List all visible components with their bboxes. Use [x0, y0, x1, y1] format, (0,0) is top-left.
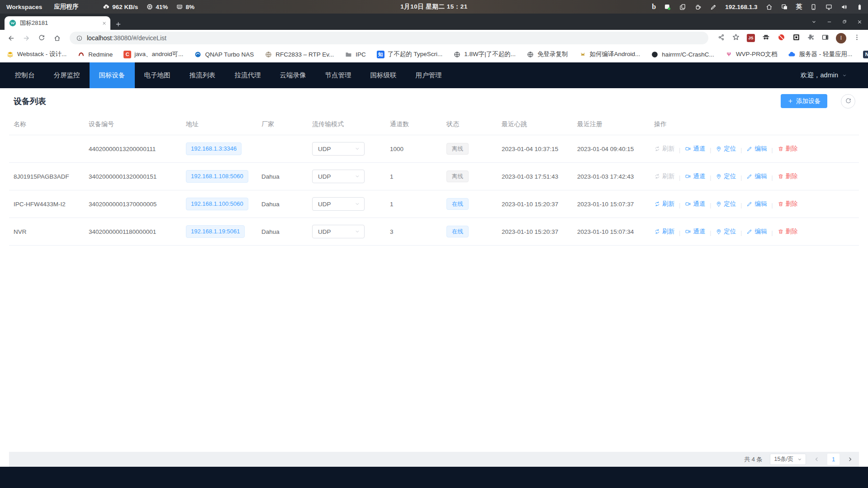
display-indicator[interactable]: [825, 3, 833, 11]
nav-item-云端录像[interactable]: 云端录像: [270, 62, 316, 88]
window-minimize-icon[interactable]: [826, 19, 832, 25]
extension-js-icon[interactable]: JS: [747, 34, 755, 42]
bookmark-item[interactable]: QNAP Turbo NAS: [194, 51, 254, 58]
stream-mode-select[interactable]: UDP: [312, 142, 365, 156]
share-icon[interactable]: [717, 33, 725, 43]
ip-address[interactable]: 192.168.1.3: [725, 4, 757, 10]
action-refresh[interactable]: 刷新: [654, 145, 674, 153]
window-close-icon[interactable]: [857, 19, 863, 25]
bookmark-item[interactable]: Cjava、android可...: [123, 50, 183, 58]
browser-back-button[interactable]: [5, 32, 17, 44]
add-device-button[interactable]: 添加设备: [781, 94, 827, 108]
coffee-indicator[interactable]: [694, 3, 702, 11]
extension-screenshot-icon[interactable]: [792, 33, 800, 43]
notes-app-indicator[interactable]: [664, 3, 671, 11]
battery-indicator[interactable]: [856, 3, 863, 11]
stream-mode-select[interactable]: UDP: [312, 197, 365, 211]
nav-item-分屏监控[interactable]: 分屏监控: [44, 62, 90, 88]
action-delete[interactable]: 删除: [778, 227, 798, 236]
bookmark-item[interactable]: Redmine: [77, 51, 113, 58]
stream-mode-select[interactable]: UDP: [312, 225, 365, 238]
extensions-puzzle-icon[interactable]: [807, 33, 815, 43]
nav-item-国标设备[interactable]: 国标设备: [90, 62, 135, 88]
screen-rotate-indicator[interactable]: [810, 3, 817, 11]
system-clock[interactable]: 1月10日 星期二 15：21: [400, 3, 468, 11]
action-edit[interactable]: 编辑: [746, 227, 767, 236]
color-picker-indicator[interactable]: [710, 3, 717, 11]
home-indicator[interactable]: [765, 3, 773, 11]
menu-kebab-icon[interactable]: [853, 33, 861, 43]
bookmark-item[interactable]: hairrrrr/C-CrashC...: [651, 51, 714, 58]
tab-search-icon[interactable]: [811, 19, 817, 25]
address-bar[interactable]: localhost:38080/#/deviceList: [70, 32, 708, 44]
browser-reload-button[interactable]: [35, 32, 48, 44]
nav-item-节点管理[interactable]: 节点管理: [316, 62, 361, 88]
stream-mode-select[interactable]: UDP: [312, 170, 365, 183]
bookmark-item[interactable]: 免登录复制: [526, 50, 568, 58]
action-refresh[interactable]: 刷新: [654, 227, 674, 236]
side-panel-icon[interactable]: [821, 33, 829, 43]
action-delete[interactable]: 删除: [778, 145, 798, 153]
workspaces-button[interactable]: Workspaces: [6, 4, 42, 10]
action-channels[interactable]: 通道: [685, 145, 705, 153]
bookmark-star-icon[interactable]: [732, 33, 740, 43]
volume-indicator[interactable]: [840, 3, 848, 11]
extension-adblock-icon[interactable]: [777, 33, 786, 43]
new-tab-button[interactable]: [115, 21, 122, 28]
tab-close-icon[interactable]: [102, 21, 107, 26]
system-top-bar: Workspaces 应用程序 962 KB/s41%8% 1月10日 星期二 …: [0, 0, 868, 14]
bookmark-item[interactable]: NHDAtmos :: 种子 *...: [863, 50, 868, 58]
action-delete[interactable]: 删除: [778, 172, 798, 180]
user-menu[interactable]: 欢迎，admin: [801, 62, 847, 88]
bookmark-item[interactable]: 服务器 - 轻量应用...: [788, 50, 852, 58]
bookmark-item[interactable]: IPC: [345, 51, 366, 58]
site-info-icon[interactable]: [76, 35, 83, 42]
pagination-prev-button[interactable]: [813, 456, 820, 463]
action-channels[interactable]: 通道: [685, 227, 705, 236]
action-edit[interactable]: 编辑: [746, 145, 767, 153]
input-method-indicator[interactable]: 英: [796, 3, 802, 11]
applications-menu[interactable]: 应用程序: [54, 3, 78, 11]
bookmark-item[interactable]: Webstack - 设计...: [6, 50, 66, 58]
browser-home-button[interactable]: [51, 32, 63, 44]
action-channels[interactable]: 通道: [685, 200, 705, 208]
bookmark-item[interactable]: ΨWVP-PRO文档: [725, 50, 778, 58]
action-locate[interactable]: 定位: [716, 172, 736, 180]
action-channels[interactable]: 通道: [685, 172, 705, 180]
action-delete[interactable]: 删除: [778, 200, 798, 208]
action-locate[interactable]: 定位: [716, 227, 736, 236]
page-size-select[interactable]: 15条/页: [770, 454, 806, 465]
nav-item-国标级联[interactable]: 国标级联: [361, 62, 406, 88]
nav-item-推流列表[interactable]: 推流列表: [180, 62, 225, 88]
cell-actions: 刷新|通道|定位|编辑|删除: [650, 163, 859, 190]
bookmark-item[interactable]: 1.8W字|了不起的...: [453, 50, 516, 58]
clipboard-indicator[interactable]: [679, 3, 687, 11]
window-restore-icon[interactable]: [842, 19, 847, 24]
action-locate[interactable]: 定位: [716, 145, 736, 153]
pagination-next-button[interactable]: [847, 456, 854, 463]
nav-item-用户管理[interactable]: 用户管理: [406, 62, 451, 88]
action-locate[interactable]: 定位: [716, 200, 736, 208]
extension-incognito-icon[interactable]: [762, 33, 770, 43]
cloud-download-icon: [103, 3, 110, 10]
pagination-page-1[interactable]: 1: [827, 454, 840, 465]
nav-item-拉流代理[interactable]: 拉流代理: [225, 62, 270, 88]
bing-indicator[interactable]: b: [652, 3, 656, 10]
site-favicon-icon: [9, 19, 16, 27]
action-refresh[interactable]: 刷新: [654, 200, 674, 208]
action-edit[interactable]: 编辑: [746, 172, 767, 180]
bookmark-item[interactable]: 知了不起的 TypeScri...: [377, 50, 443, 58]
action-refresh[interactable]: 刷新: [654, 172, 674, 180]
window-switcher-indicator[interactable]: [781, 3, 788, 11]
refresh-list-button[interactable]: [841, 94, 855, 109]
profile-avatar[interactable]: I: [836, 33, 846, 43]
volume-icon: [840, 3, 848, 11]
bookmark-item[interactable]: RFC2833 – RTP Ev...: [265, 51, 334, 58]
action-edit[interactable]: 编辑: [746, 200, 767, 208]
browser-forward-button[interactable]: [20, 32, 33, 44]
bookmark-item[interactable]: 如何编译Android...: [579, 50, 640, 58]
nav-item-控制台[interactable]: 控制台: [5, 62, 44, 88]
action-separator: |: [710, 147, 711, 153]
browser-tab[interactable]: 国标28181: [5, 16, 110, 30]
nav-item-电子地图[interactable]: 电子地图: [135, 62, 180, 88]
